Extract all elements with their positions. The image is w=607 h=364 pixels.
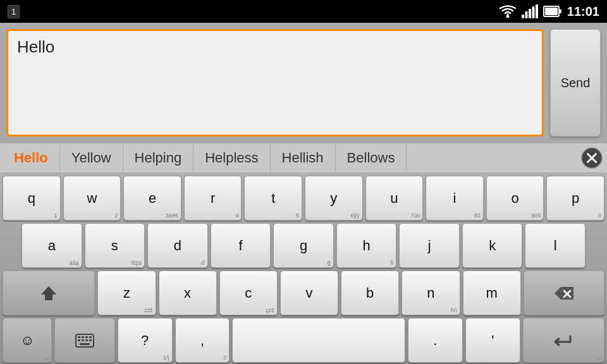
svg-rect-4 [532,6,534,18]
key-r[interactable]: r4 [184,176,242,221]
key-question[interactable]: ? 1/j [118,318,173,363]
key-v[interactable]: v [280,270,338,315]
key-space[interactable] [232,318,405,363]
status-left: 1 [8,5,20,18]
svg-rect-18 [85,336,88,338]
svg-rect-19 [89,336,92,338]
key-z[interactable]: zżźž [97,270,156,315]
suggestions-bar: Hello Yellow Helping Helpless Hellish Be… [0,143,607,173]
svg-rect-24 [80,343,90,345]
suggestion-helping[interactable]: Helping [123,143,194,173]
svg-rect-22 [85,339,88,341]
svg-rect-21 [82,339,84,341]
svg-rect-1 [522,15,524,18]
key-n[interactable]: nñń [402,270,460,315]
enter-icon [553,334,574,348]
svg-rect-17 [82,336,84,338]
keyboard-row-3: zżźž x cçćč v b nñń m [3,270,604,315]
svg-rect-20 [78,339,80,341]
shift-icon [40,284,58,302]
svg-point-0 [506,15,509,18]
key-b[interactable]: b [341,270,399,315]
key-emoji[interactable]: ☺ ... [3,318,52,363]
backspace-icon [553,285,575,301]
signal-icon [522,4,538,18]
suggestion-bellows[interactable]: Bellows [336,143,407,173]
key-d[interactable]: dď [147,223,208,268]
key-e[interactable]: e3èé€ [123,176,181,221]
input-area: Hello Send [0,23,607,143]
keyboard-icon [75,334,94,348]
key-y[interactable]: y6ŷý [305,176,363,221]
keyboard-row-1: q1 w2 e3èé€ r4 t5 y6ŷý u7ùü i8ïî o9öô p0 [3,176,604,221]
key-f[interactable]: f [211,223,271,268]
status-bar: 1 11:01 [0,0,607,23]
key-c[interactable]: cçćč [219,270,278,315]
svg-rect-5 [536,4,538,18]
notification-icon: 1 [8,5,20,18]
suggestion-close-button[interactable] [579,145,604,171]
key-h[interactable]: hĥ [336,223,397,268]
keyboard: q1 w2 e3èé€ r4 t5 y6ŷý u7ùü i8ïî o9öô p0… [0,173,607,364]
key-shift[interactable] [3,270,95,315]
key-g[interactable]: gğ [273,223,334,268]
svg-rect-23 [89,339,92,341]
key-j[interactable]: j [399,223,460,268]
key-u[interactable]: u7ùü [365,176,424,221]
suggestion-hello[interactable]: Hello [3,143,60,173]
key-l[interactable]: l [525,223,586,268]
key-backspace[interactable] [524,270,604,315]
svg-rect-2 [525,11,527,18]
key-apostrophe[interactable]: ' [465,318,520,363]
suggestion-hellish[interactable]: Hellish [271,143,336,173]
svg-rect-7 [559,9,561,13]
status-right: 11:01 [499,4,599,19]
key-q[interactable]: q1 [3,176,61,221]
key-m[interactable]: m [463,270,521,315]
key-w[interactable]: w2 [63,176,121,221]
keyboard-row-4: ☺ ... ? 1/j , 0 [3,318,604,363]
clock: 11:01 [567,4,599,19]
key-enter[interactable]: ... [523,318,604,363]
keyboard-row-2: aàâą sßŞś dď f gğ hĥ j k l [3,223,604,268]
svg-rect-8 [545,8,558,15]
key-a[interactable]: aàâą [21,223,82,268]
suggestion-helpless[interactable]: Helpless [193,143,270,173]
message-input[interactable]: Hello [6,29,544,136]
send-button[interactable]: Send [550,29,601,136]
wifi-icon [499,4,517,18]
svg-marker-12 [41,286,56,300]
key-t[interactable]: t5 [244,176,302,221]
key-x[interactable]: x [159,270,217,315]
battery-icon [543,4,562,18]
key-period[interactable]: . [408,318,463,363]
key-keyboard-switch[interactable] [54,318,114,363]
key-i[interactable]: i8ïî [426,176,484,221]
key-p[interactable]: p0 [546,176,604,221]
svg-rect-16 [78,336,80,338]
key-comma[interactable]: , 0 [175,318,230,363]
key-o[interactable]: o9öô [486,176,544,221]
svg-rect-3 [529,9,531,18]
key-k[interactable]: k [462,223,523,268]
key-s[interactable]: sßŞś [85,223,145,268]
suggestion-yellow[interactable]: Yellow [60,143,123,173]
